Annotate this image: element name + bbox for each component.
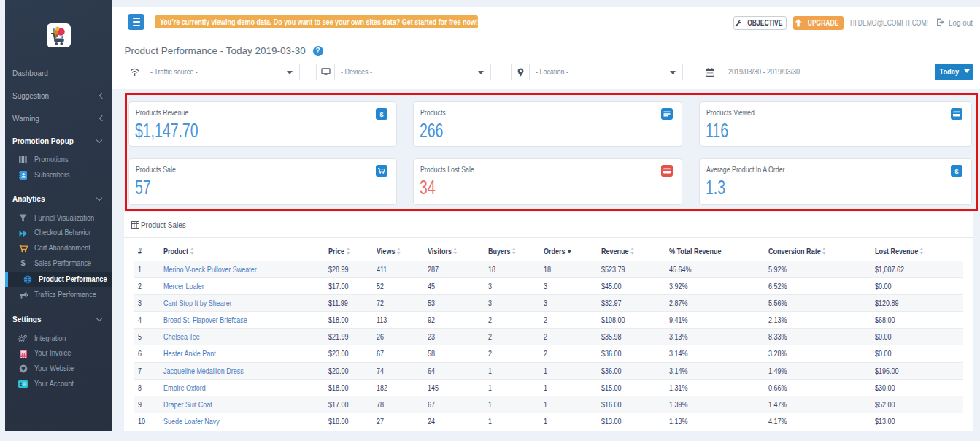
svg-text:$: $ — [954, 168, 958, 175]
svg-text:$: $ — [379, 111, 383, 118]
